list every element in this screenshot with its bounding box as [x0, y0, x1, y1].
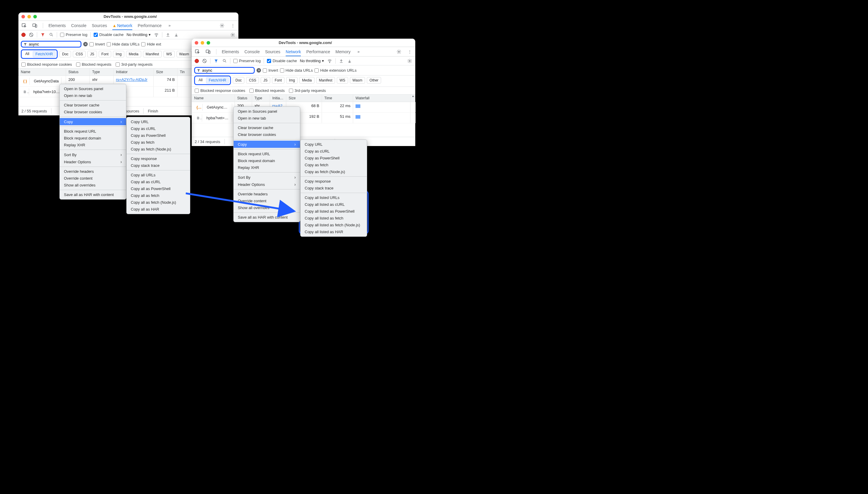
tab-network[interactable]: ▲Network — [112, 23, 132, 30]
minimize-icon[interactable] — [201, 41, 204, 44]
more-tabs-icon[interactable]: » — [356, 49, 361, 54]
ctx-sort-by[interactable]: Sort By — [60, 151, 126, 158]
chip-ws[interactable]: WS — [337, 77, 348, 83]
disable-cache-checkbox[interactable]: Disable cache — [267, 59, 297, 63]
clear-icon[interactable] — [202, 58, 207, 64]
zoom-icon[interactable] — [33, 15, 37, 18]
sub-copy-curl[interactable]: Copy as cURL — [126, 125, 190, 132]
ctx-open-sources[interactable]: Open in Sources panel — [60, 86, 126, 92]
chip-all[interactable]: All — [23, 51, 32, 57]
tab-sources[interactable]: Sources — [265, 50, 280, 54]
search-icon[interactable] — [48, 32, 54, 37]
ctx-clear-cache[interactable]: Clear browser cache — [60, 102, 126, 109]
close-icon[interactable] — [195, 41, 198, 44]
ctx-sort-by[interactable]: Sort By — [234, 174, 300, 181]
ctx-override-headers[interactable]: Override headers — [234, 191, 300, 197]
sub-copy-all-listed-urls[interactable]: Copy all listed URLs — [300, 194, 367, 201]
ctx-show-overrides[interactable]: Show all overrides — [234, 204, 300, 211]
chip-css[interactable]: CSS — [73, 51, 85, 57]
tab-elements[interactable]: Elements — [222, 50, 239, 54]
disable-cache-checkbox[interactable]: Disable cache — [94, 33, 124, 37]
throttling-select[interactable]: No throttling ▾ — [126, 33, 151, 37]
ctx-open-new-tab[interactable]: Open in new tab — [234, 115, 300, 122]
ctx-replay-xhr[interactable]: Replay XHR — [60, 141, 126, 148]
blocked-requests-checkbox[interactable]: Blocked requests — [76, 62, 112, 66]
sub-copy-url[interactable]: Copy URL — [126, 118, 190, 125]
preserve-log-checkbox[interactable]: Preserve log — [60, 33, 87, 37]
clear-filter-icon[interactable]: ✕ — [257, 68, 261, 73]
minimize-icon[interactable] — [27, 15, 31, 18]
col-initiator[interactable]: Initia… — [270, 95, 286, 102]
chip-css[interactable]: CSS — [246, 77, 259, 83]
chip-manifest[interactable]: Manifest — [316, 77, 335, 83]
context-menu[interactable]: Open in Sources panel Open in new tab Cl… — [59, 84, 126, 200]
ctx-open-new-tab[interactable]: Open in new tab — [60, 92, 126, 99]
filter-input-wrap[interactable] — [194, 67, 255, 74]
filter-icon[interactable] — [40, 32, 45, 37]
ctx-save-har[interactable]: Save all as HAR with content — [60, 191, 126, 198]
col-name[interactable]: Name — [18, 69, 66, 76]
ctx-copy[interactable]: Copy — [60, 118, 126, 125]
ctx-header-options[interactable]: Header Options — [60, 158, 126, 165]
sub-copy-all-curl[interactable]: Copy all as cURL — [126, 178, 190, 185]
upload-icon[interactable] — [165, 32, 171, 37]
blocked-requests-checkbox[interactable]: Blocked requests — [250, 88, 285, 93]
ctx-block-domain[interactable]: Block request domain — [234, 157, 300, 164]
tab-network[interactable]: Network — [286, 50, 301, 56]
copy-submenu[interactable]: Copy URL Copy as cURL Copy as PowerShell… — [300, 139, 367, 237]
ctx-replay-xhr[interactable]: Replay XHR — [234, 164, 300, 171]
chip-ws[interactable]: WS — [163, 51, 175, 57]
close-icon[interactable] — [21, 15, 25, 18]
sub-copy-fetch[interactable]: Copy as fetch — [300, 162, 367, 168]
filter-input[interactable] — [202, 68, 252, 73]
sub-copy-url[interactable]: Copy URL — [300, 141, 367, 148]
chip-img[interactable]: Img — [286, 77, 298, 83]
sub-copy-all-listed-fetch-node[interactable]: Copy all listed as fetch (Node.js) — [300, 222, 367, 228]
chip-media[interactable]: Media — [126, 51, 141, 57]
ctx-clear-cookies[interactable]: Clear browser cookies — [60, 109, 126, 115]
sub-copy-all-listed-powershell[interactable]: Copy all listed as PowerShell — [300, 208, 367, 215]
blocked-cookies-checkbox[interactable]: Blocked response cookies — [195, 88, 245, 93]
chip-font[interactable]: Font — [99, 51, 111, 57]
col-type[interactable]: Type — [90, 69, 114, 76]
gear-icon[interactable] — [396, 49, 401, 54]
kebab-icon[interactable]: ⋮ — [407, 49, 412, 54]
col-size[interactable]: Size — [286, 95, 322, 102]
chip-doc[interactable]: Doc — [233, 77, 244, 83]
device-icon[interactable] — [205, 49, 211, 54]
throttling-select[interactable]: No throttling ▾ — [300, 59, 324, 63]
col-initiator[interactable]: Initiator — [114, 69, 154, 76]
table-row[interactable]: 🗎hpba?vet=10a.. 192 B 51 ms — [192, 113, 415, 124]
filter-input[interactable] — [29, 42, 79, 46]
ctx-clear-cache[interactable]: Clear browser cache — [234, 124, 300, 131]
tab-console[interactable]: Console — [244, 50, 259, 54]
clear-filter-icon[interactable]: ✕ — [83, 42, 88, 46]
col-waterfall[interactable]: Waterfall — [353, 95, 411, 102]
chip-doc[interactable]: Doc — [59, 51, 71, 57]
sub-copy-all-listed-curl[interactable]: Copy all listed as cURL — [300, 201, 367, 208]
ctx-override-headers[interactable]: Override headers — [60, 168, 126, 175]
chip-all[interactable]: All — [196, 77, 205, 83]
sub-copy-all-har[interactable]: Copy all as HAR — [126, 206, 190, 213]
chip-other[interactable]: Other — [367, 77, 381, 83]
chip-js[interactable]: JS — [261, 77, 270, 83]
table-row[interactable]: { }GetAsyncData 200 xhr rs=A2 68 B 22 ms — [192, 102, 415, 113]
col-name[interactable]: Name — [192, 95, 235, 102]
col-status[interactable]: Status — [66, 69, 90, 76]
chip-fetch-xhr[interactable]: Fetch/XHR — [206, 77, 229, 83]
invert-checkbox[interactable]: Invert — [90, 42, 105, 46]
chip-media[interactable]: Media — [299, 77, 315, 83]
gear-icon[interactable] — [407, 58, 412, 64]
tab-memory[interactable]: Memory — [336, 50, 351, 54]
kebab-icon[interactable]: ⋮ — [230, 23, 235, 28]
tab-performance[interactable]: Performance — [306, 50, 330, 54]
sub-copy-fetch-node[interactable]: Copy as fetch (Node.js) — [126, 146, 190, 153]
ctx-block-url[interactable]: Block request URL — [60, 128, 126, 135]
ctx-save-har[interactable]: Save all as HAR with content — [234, 214, 300, 221]
record-button[interactable] — [21, 33, 25, 37]
chip-manifest[interactable]: Manifest — [143, 51, 162, 57]
chip-wasm[interactable]: Wasm — [350, 77, 365, 83]
chip-fetch-xhr[interactable]: Fetch/XHR — [33, 51, 56, 57]
inspect-icon[interactable] — [21, 23, 27, 28]
zoom-icon[interactable] — [206, 41, 210, 44]
